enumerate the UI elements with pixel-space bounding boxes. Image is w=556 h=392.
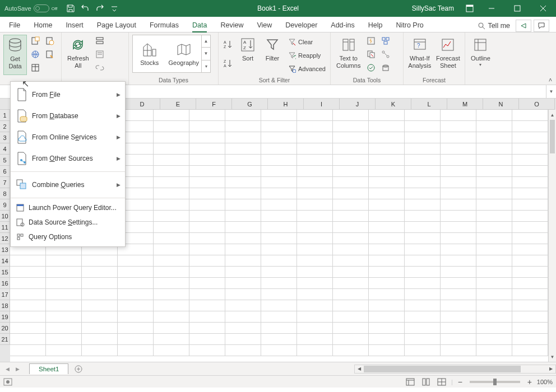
cell[interactable] <box>225 311 261 323</box>
cell[interactable] <box>441 334 476 345</box>
tab-home[interactable]: Home <box>27 19 59 32</box>
cell[interactable] <box>261 255 297 267</box>
cell[interactable] <box>225 289 261 300</box>
column-header[interactable]: J <box>340 99 376 110</box>
cell[interactable] <box>297 132 333 143</box>
cell[interactable] <box>297 334 333 345</box>
cell[interactable] <box>82 255 118 267</box>
cell[interactable] <box>369 244 405 255</box>
tab-addins[interactable]: Add-ins <box>324 19 361 32</box>
scroll-left-icon[interactable]: ◀ <box>355 365 364 373</box>
row-header[interactable]: 4 <box>0 143 10 155</box>
cell[interactable] <box>369 255 405 267</box>
cell[interactable] <box>405 222 441 233</box>
cell[interactable] <box>118 345 154 356</box>
cell[interactable] <box>225 323 261 334</box>
normal-view-icon[interactable] <box>404 377 416 387</box>
autosave-switch[interactable] <box>34 4 49 12</box>
cell[interactable] <box>297 121 333 132</box>
cell[interactable] <box>10 323 46 334</box>
get-data-button[interactable]: Get Data <box>3 35 27 75</box>
zoom-level[interactable]: 100% <box>537 379 553 385</box>
cell[interactable] <box>369 267 405 278</box>
cell[interactable] <box>405 132 441 143</box>
cell[interactable] <box>189 289 225 300</box>
menu-from-other-sources[interactable]: From Other Sources ▶ <box>11 148 125 169</box>
cell[interactable] <box>46 267 82 278</box>
cell[interactable] <box>261 188 297 199</box>
cell[interactable] <box>189 267 225 278</box>
cell[interactable] <box>441 188 476 199</box>
cell[interactable] <box>154 222 189 233</box>
cell[interactable] <box>441 177 476 188</box>
forecast-sheet-button[interactable]: Forecast Sheet <box>435 35 461 75</box>
cell[interactable] <box>82 300 118 311</box>
cell[interactable] <box>512 255 548 267</box>
cell[interactable] <box>476 323 512 334</box>
from-table-icon[interactable] <box>29 62 41 74</box>
cell[interactable] <box>512 233 548 244</box>
row-header[interactable]: 16 <box>0 278 10 289</box>
cell[interactable] <box>10 345 46 356</box>
user-name[interactable]: SillySac Team <box>412 4 454 12</box>
manage-data-model-icon[interactable] <box>379 62 392 74</box>
gallery-down-icon[interactable]: ▼ <box>202 48 210 60</box>
cell[interactable] <box>297 110 333 121</box>
cell[interactable] <box>154 166 189 177</box>
row-header[interactable]: 14 <box>0 255 10 267</box>
cell[interactable] <box>476 211 512 222</box>
cell[interactable] <box>441 278 476 289</box>
cell[interactable] <box>261 222 297 233</box>
cell[interactable] <box>225 345 261 356</box>
scroll-down-icon[interactable]: ▼ <box>549 352 556 362</box>
cell[interactable] <box>405 143 441 155</box>
cell[interactable] <box>333 155 369 166</box>
cell[interactable] <box>261 121 297 132</box>
cell[interactable] <box>512 311 548 323</box>
reapply-button[interactable]: Reapply <box>286 49 328 62</box>
tab-nitro[interactable]: Nitro Pro <box>389 19 430 32</box>
cell[interactable] <box>512 267 548 278</box>
cell[interactable] <box>154 121 189 132</box>
cell[interactable] <box>333 211 369 222</box>
cell[interactable] <box>154 132 189 143</box>
cell[interactable] <box>10 300 46 311</box>
cell[interactable] <box>512 177 548 188</box>
tab-review[interactable]: Review <box>214 19 250 32</box>
cell[interactable] <box>441 199 476 211</box>
cell[interactable] <box>118 334 154 345</box>
cell[interactable] <box>261 233 297 244</box>
column-header[interactable]: M <box>447 99 483 110</box>
cell[interactable] <box>261 300 297 311</box>
cell[interactable] <box>441 311 476 323</box>
data-validation-icon[interactable] <box>365 62 377 74</box>
menu-data-source-settings[interactable]: Data Source Settings... <box>11 215 125 230</box>
cell[interactable] <box>46 345 82 356</box>
cell[interactable] <box>512 211 548 222</box>
cell[interactable] <box>225 132 261 143</box>
cell[interactable] <box>154 211 189 222</box>
cell[interactable] <box>441 110 476 121</box>
cell[interactable] <box>261 199 297 211</box>
tab-view[interactable]: View <box>250 19 279 32</box>
cell[interactable] <box>333 166 369 177</box>
cell[interactable] <box>189 233 225 244</box>
cell[interactable] <box>297 255 333 267</box>
cell[interactable] <box>189 311 225 323</box>
cell[interactable] <box>189 278 225 289</box>
cell[interactable] <box>333 121 369 132</box>
cell[interactable] <box>189 132 225 143</box>
flash-fill-icon[interactable] <box>365 35 377 47</box>
cell[interactable] <box>10 289 46 300</box>
zoom-in-button[interactable]: + <box>526 377 534 386</box>
cell[interactable] <box>46 311 82 323</box>
cell[interactable] <box>512 199 548 211</box>
collapse-ribbon-icon[interactable]: ʌ <box>546 74 555 83</box>
cell[interactable] <box>476 233 512 244</box>
cell[interactable] <box>369 323 405 334</box>
cell[interactable] <box>512 121 548 132</box>
cell[interactable] <box>225 143 261 155</box>
cell[interactable] <box>261 323 297 334</box>
cell[interactable] <box>333 289 369 300</box>
cell[interactable] <box>405 199 441 211</box>
